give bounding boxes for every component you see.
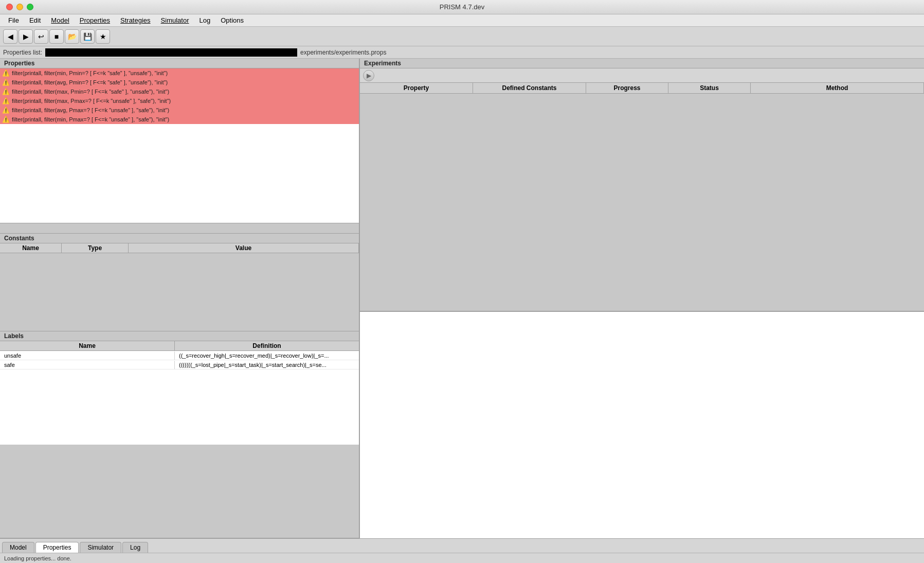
constants-col-name: Name: [0, 243, 62, 253]
properties-list-label: Properties list:: [3, 49, 42, 56]
property-detail-area: [0, 151, 359, 223]
warning-icon: ⚠️: [2, 107, 10, 114]
window-title: PRISM 4.7.dev: [440, 3, 484, 11]
minimize-button[interactable]: [16, 4, 23, 10]
property-text: filter(printall, filter(min, Pmin=? [ F<…: [12, 70, 168, 76]
exp-col-property: Property: [360, 83, 473, 93]
toolbar: ◀ ▶ ↩ ■ 📂 💾 ★: [0, 27, 924, 46]
property-text: filter(printall, filter(min, Pmax=? [ F<…: [12, 116, 169, 122]
exp-col-constants: Defined Constants: [473, 83, 586, 93]
properties-list[interactable]: ⚠️filter(printall, filter(min, Pmin=? [ …: [0, 68, 359, 151]
titlebar: PRISM 4.7.dev: [0, 0, 924, 14]
constants-section: Constants Name Type Value: [0, 234, 359, 331]
menu-file[interactable]: File: [4, 15, 23, 25]
window-controls: [6, 4, 33, 10]
back-button[interactable]: ◀: [3, 29, 17, 44]
constants-section-header: Constants: [0, 234, 359, 243]
constants-col-type: Type: [62, 243, 129, 253]
warning-icon: ⚠️: [2, 97, 10, 104]
label-name: unsafe: [0, 351, 175, 360]
experiments-run-button[interactable]: ▶: [363, 70, 374, 81]
maximize-button[interactable]: [27, 4, 33, 10]
tab-log[interactable]: Log: [122, 542, 148, 553]
stop-button[interactable]: ■: [49, 29, 64, 44]
tab-properties[interactable]: Properties: [35, 542, 79, 553]
main-content: Properties ⚠️filter(printall, filter(min…: [0, 59, 924, 538]
experiments-body: [360, 94, 924, 311]
menu-edit[interactable]: Edit: [25, 15, 45, 25]
constants-body: [0, 253, 359, 331]
property-detail-bar: [0, 223, 359, 233]
menubar: File Edit Model Properties Strategies Si…: [0, 14, 924, 27]
property-row[interactable]: ⚠️filter(printall, filter(max, Pmin=? [ …: [0, 87, 359, 96]
menu-log[interactable]: Log: [195, 15, 215, 25]
property-text: filter(printall, filter(max, Pmin=? [ F<…: [12, 89, 169, 95]
star-button[interactable]: ★: [96, 29, 110, 44]
open-button[interactable]: 📂: [65, 29, 79, 44]
menu-options[interactable]: Options: [216, 15, 248, 25]
property-row[interactable]: ⚠️filter(printall, filter(min, Pmax=? [ …: [0, 115, 359, 124]
properties-section-header: Properties: [0, 59, 359, 68]
save-button[interactable]: 💾: [80, 29, 95, 44]
property-row[interactable]: ⚠️filter(printall, filter(avg, Pmax=? [ …: [0, 105, 359, 115]
property-row[interactable]: ⚠️filter(printall, filter(avg, Pmin=? [ …: [0, 78, 359, 87]
tab-simulator[interactable]: Simulator: [80, 542, 121, 553]
labels-table-header: Name Definition: [0, 341, 359, 351]
bottom-tabs: ModelPropertiesSimulatorLog: [0, 538, 924, 553]
close-button[interactable]: [6, 4, 13, 10]
constants-table-header: Name Type Value: [0, 243, 359, 253]
menu-strategies[interactable]: Strategies: [116, 15, 155, 25]
property-text: filter(printall, filter(avg, Pmin=? [ F<…: [12, 79, 168, 85]
property-text: filter(printall, filter(max, Pmax=? [ F<…: [12, 98, 171, 104]
labels-section: Labels Name Definition unsafe((_s=recove…: [0, 331, 359, 538]
exp-col-method: Method: [751, 83, 924, 93]
status-text: Loading properties... done.: [4, 555, 71, 561]
exp-col-progress: Progress: [586, 83, 668, 93]
label-row[interactable]: unsafe((_s=recover_high|_s=recover_med)|…: [0, 351, 359, 360]
label-row[interactable]: safe(((((((_s=lost_pipe|_s=start_task)|_…: [0, 360, 359, 370]
undo-button[interactable]: ↩: [34, 29, 48, 44]
label-name: safe: [0, 361, 175, 369]
menu-simulator[interactable]: Simulator: [157, 15, 193, 25]
experiments-header: Experiments: [360, 59, 924, 68]
warning-icon: ⚠️: [2, 116, 10, 123]
property-row[interactable]: ⚠️filter(printall, filter(max, Pmax=? [ …: [0, 96, 359, 105]
labels-col-name: Name: [0, 341, 175, 350]
menu-model[interactable]: Model: [47, 15, 73, 25]
property-text: filter(printall, filter(avg, Pmax=? [ F<…: [12, 107, 169, 113]
labels-section-header: Labels: [0, 331, 359, 341]
properties-list-path-black: [45, 48, 297, 57]
warning-icon: ⚠️: [2, 88, 10, 95]
experiments-toolbar: ▶: [360, 68, 924, 83]
statusbar: Loading properties... done.: [0, 553, 924, 563]
labels-empty-area: [0, 445, 359, 538]
properties-list-bar: Properties list: experiments/experiments…: [0, 46, 924, 59]
warning-icon: ⚠️: [2, 79, 10, 86]
exp-col-status: Status: [668, 83, 751, 93]
properties-section: Properties ⚠️filter(printall, filter(min…: [0, 59, 359, 234]
labels-body: unsafe((_s=recover_high|_s=recover_med)|…: [0, 351, 359, 445]
property-row[interactable]: ⚠️filter(printall, filter(min, Pmin=? [ …: [0, 68, 359, 78]
properties-list-path: experiments/experiments.props: [300, 49, 386, 56]
results-section: [360, 311, 924, 538]
label-definition: ((_s=recover_high|_s=recover_med)|_s=rec…: [175, 351, 359, 360]
forward-button[interactable]: ▶: [19, 29, 33, 44]
menu-properties[interactable]: Properties: [76, 15, 114, 25]
right-panel: Experiments ▶ Property Defined Constants…: [360, 59, 924, 538]
label-definition: (((((((_s=lost_pipe|_s=start_task)|_s=st…: [175, 361, 359, 369]
warning-icon: ⚠️: [2, 69, 10, 77]
labels-col-definition: Definition: [175, 341, 359, 350]
left-panel: Properties ⚠️filter(printall, filter(min…: [0, 59, 360, 538]
tab-model[interactable]: Model: [2, 542, 34, 553]
experiments-table-header: Property Defined Constants Progress Stat…: [360, 83, 924, 94]
experiments-section: Experiments ▶ Property Defined Constants…: [360, 59, 924, 311]
constants-col-value: Value: [129, 243, 359, 253]
